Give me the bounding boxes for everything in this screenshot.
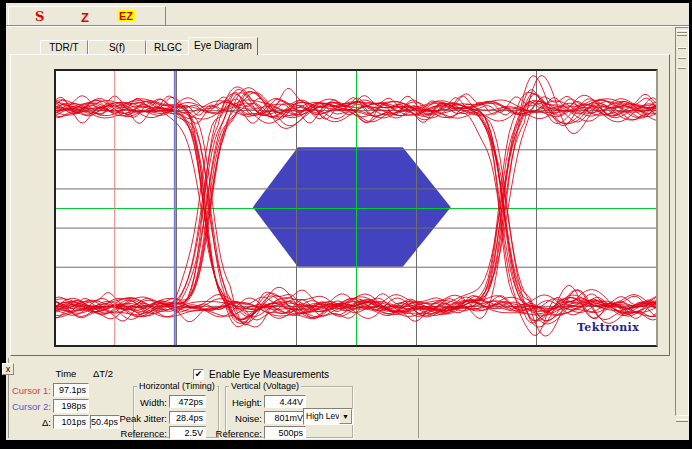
dock-divider: [418, 358, 419, 438]
cursor2-time-field[interactable]: 198ps: [53, 399, 89, 413]
column-header-time: Time: [48, 368, 84, 380]
vertical-reference-label: Reference:: [210, 428, 262, 440]
tab-sf[interactable]: S(f): [88, 40, 146, 55]
splitter-grip[interactable]: [677, 30, 687, 36]
app-window: S Z EZ TDR/T S(f) RLGC Eye Diagram 0s200…: [0, 0, 692, 449]
level-select-dropdown[interactable]: High Level ▼: [303, 408, 353, 425]
splitter-tick: [678, 47, 686, 49]
z-line-icon[interactable]: Z: [81, 10, 89, 25]
noise-label: Noise:: [210, 413, 262, 425]
right-splitter-scrollbar[interactable]: [675, 27, 689, 416]
cursor1-label: Cursor 1:: [10, 385, 51, 397]
cursor2-label: Cursor 2:: [10, 401, 51, 413]
peak-jitter-field[interactable]: 28.4ps: [169, 411, 206, 424]
cursor1-time-field[interactable]: 97.1ps: [53, 383, 89, 397]
tab-rlgc[interactable]: RLGC: [146, 40, 190, 55]
horizontal-timing-title: Horizontal (Timing): [137, 381, 217, 391]
horizontal-reference-field[interactable]: 2.5V: [169, 426, 206, 439]
noise-field[interactable]: 801mV: [264, 411, 306, 424]
tab-eye-diagram[interactable]: Eye Diagram: [188, 37, 258, 55]
toolbar-separator-highlight: [6, 26, 689, 27]
height-field[interactable]: 4.44V: [264, 395, 306, 408]
tab-tdrt[interactable]: TDR/T: [40, 40, 88, 55]
s-parameters-icon[interactable]: S: [35, 9, 44, 24]
eye-mask-hexagon: [253, 147, 451, 266]
splitter-tick: [678, 57, 686, 59]
vertical-reference-field[interactable]: 500ps: [264, 426, 306, 439]
enable-eye-measurements-checkbox[interactable]: ✔: [193, 369, 204, 380]
dropdown-arrow-icon[interactable]: ▼: [339, 409, 352, 424]
column-header-delta-t2: ΔT/2: [86, 368, 120, 380]
tektronix-watermark: Tektronix: [577, 321, 639, 334]
horizontal-reference-label: Reference:: [118, 428, 167, 440]
delta-half-field[interactable]: 50.4ps: [90, 415, 120, 429]
close-measurement-panel-button[interactable]: x: [2, 363, 14, 375]
splitter-tick: [678, 67, 686, 69]
width-label: Width:: [118, 397, 167, 409]
toolbar: S Z EZ: [8, 6, 166, 27]
delta-time-field[interactable]: 101ps: [53, 415, 89, 429]
peak-jitter-label: Peak Jitter:: [118, 413, 167, 425]
splitter-bottom-grip[interactable]: [676, 419, 688, 422]
ez-icon[interactable]: EZ: [117, 10, 135, 22]
width-field[interactable]: 472ps: [169, 395, 206, 408]
delta-label: Δ:: [10, 417, 51, 429]
enable-eye-measurements-label: Enable Eye Measurements: [209, 369, 329, 380]
eye-diagram-plot[interactable]: Tektronix: [54, 69, 658, 347]
vertical-voltage-title: Vertical (Voltage): [229, 381, 301, 391]
height-label: Height:: [210, 397, 262, 409]
